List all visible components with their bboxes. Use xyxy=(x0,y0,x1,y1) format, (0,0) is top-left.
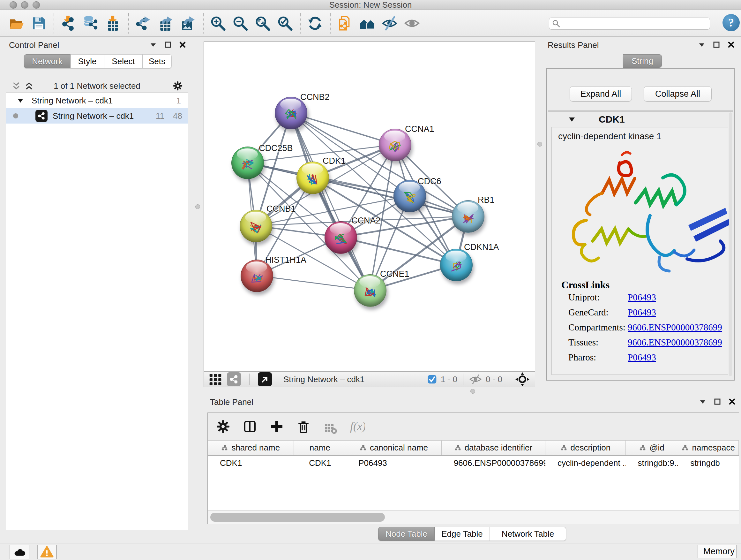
cell-description[interactable]: cyclin-dependent ... xyxy=(545,455,626,470)
table-add-button[interactable] xyxy=(268,417,286,436)
table-row[interactable]: CDK1CDK1P064939606.ENSP00000378699cyclin… xyxy=(208,455,739,470)
panel-menu-icon[interactable] xyxy=(699,398,706,406)
column-header-canonicalname[interactable]: canonical name xyxy=(346,441,441,455)
float-panel-icon[interactable] xyxy=(713,41,720,49)
tab-string[interactable]: String xyxy=(623,54,662,68)
collapse-all-button[interactable]: Collapse All xyxy=(644,86,712,102)
close-panel-icon[interactable] xyxy=(179,41,186,49)
close-panel-icon[interactable] xyxy=(727,41,735,49)
node-entry-header[interactable]: CDK1 xyxy=(548,112,733,127)
import-table-button[interactable] xyxy=(105,14,123,32)
import-network-button[interactable] xyxy=(60,14,78,32)
column-header-databaseidentifier[interactable]: database identifier xyxy=(442,441,545,455)
grid-view-icon[interactable] xyxy=(208,372,222,386)
table-fx-button[interactable]: f(x) xyxy=(348,417,367,436)
network-edge[interactable] xyxy=(257,275,370,290)
close-panel-icon[interactable] xyxy=(728,398,736,406)
cell-canonicalname[interactable]: P06493 xyxy=(346,455,441,470)
results-scrollbar[interactable] xyxy=(729,112,732,376)
table-gear-button[interactable] xyxy=(214,417,232,436)
table-columns-button[interactable] xyxy=(241,417,259,436)
column-header-name[interactable]: name xyxy=(294,441,347,455)
column-header-description[interactable]: description xyxy=(545,441,626,455)
cell-name[interactable]: CDK1 xyxy=(294,455,347,470)
show-all-button[interactable] xyxy=(403,14,421,32)
network-edge[interactable] xyxy=(340,237,456,265)
tab-network-table[interactable]: Network Table xyxy=(490,527,566,541)
tab-network[interactable]: Network xyxy=(24,54,71,68)
network-node-ccna2[interactable] xyxy=(325,221,357,254)
crosslink-link[interactable]: P06493 xyxy=(628,352,656,363)
tab-select[interactable]: Select xyxy=(105,54,143,68)
export-network-button[interactable] xyxy=(135,14,152,32)
zoom-fit-button[interactable] xyxy=(254,14,272,32)
save-session-button[interactable] xyxy=(30,14,48,32)
panel-menu-icon[interactable] xyxy=(698,41,705,49)
table-destroy-button[interactable] xyxy=(321,417,340,436)
column-header-id[interactable]: @id xyxy=(626,441,678,455)
memory-button[interactable]: Memory xyxy=(697,545,737,558)
network-canvas[interactable]: CCNB2CCNA1CDC25BCDK1CDC6RB1CCNB1CCNA2CDK… xyxy=(204,42,535,371)
column-tree-icon xyxy=(360,444,367,451)
bottom-splitter-handle[interactable] xyxy=(470,389,475,394)
table-delete-button[interactable] xyxy=(294,417,313,436)
open-session-button[interactable] xyxy=(8,14,25,32)
zoom-out-button[interactable] xyxy=(232,14,250,32)
crosslink-link[interactable]: P06493 xyxy=(628,292,656,303)
column-tree-icon xyxy=(639,444,646,451)
hidden-eye-icon[interactable] xyxy=(469,373,482,386)
column-header-namespace[interactable]: namespace xyxy=(678,441,739,455)
duplicate-network-button[interactable] xyxy=(336,14,354,32)
expand-all-icon[interactable] xyxy=(24,81,34,91)
table-panel-title: Table Panel xyxy=(210,397,253,407)
expand-all-button[interactable]: Expand All xyxy=(569,86,632,102)
network-view-type-icon[interactable] xyxy=(227,372,241,386)
crosslink-link[interactable]: 9606.ENSP00000378699 xyxy=(628,322,722,333)
float-panel-icon[interactable] xyxy=(714,398,721,406)
left-splitter-handle[interactable] xyxy=(195,204,200,209)
cell-sharedname[interactable]: CDK1 xyxy=(208,455,294,470)
network-node-cdk1[interactable] xyxy=(296,162,329,194)
collapse-all-icon[interactable] xyxy=(11,81,21,91)
search-input[interactable] xyxy=(549,17,710,30)
birds-eye-view-icon[interactable] xyxy=(515,372,530,387)
scrollbar-thumb[interactable] xyxy=(210,513,385,522)
detach-view-icon[interactable] xyxy=(258,372,272,386)
panel-menu-icon[interactable] xyxy=(149,41,157,49)
network-node-rb1[interactable] xyxy=(452,200,484,233)
export-image-button[interactable] xyxy=(179,14,197,32)
import-database-button[interactable] xyxy=(82,14,100,32)
apply-layout-button[interactable] xyxy=(307,14,324,32)
zoom-in-button[interactable] xyxy=(209,14,227,32)
hide-selected-button[interactable] xyxy=(381,14,399,32)
cell-namespace[interactable]: stringdb xyxy=(678,455,739,470)
float-panel-icon[interactable] xyxy=(164,41,172,49)
export-table-button[interactable] xyxy=(157,14,175,32)
warning-icon xyxy=(40,545,54,559)
network-row-selected[interactable]: String Network – cdk1 11 48 xyxy=(6,108,188,124)
crosslink-link[interactable]: P06493 xyxy=(628,307,656,318)
entry-expander-icon[interactable] xyxy=(568,116,576,123)
tab-edge-table[interactable]: Edge Table xyxy=(434,527,490,541)
zoom-selected-button[interactable] xyxy=(276,14,294,32)
tab-node-table[interactable]: Node Table xyxy=(378,527,434,541)
collection-expander-icon[interactable] xyxy=(17,97,24,104)
column-header-sharedname[interactable]: shared name xyxy=(208,441,294,455)
right-splitter-handle[interactable] xyxy=(537,142,542,146)
column-tree-icon xyxy=(560,444,567,451)
crosslink-link[interactable]: 9606.ENSP00000378699 xyxy=(628,337,722,348)
cloud-status-button[interactable] xyxy=(10,545,29,559)
network-node-cdkn1a[interactable] xyxy=(440,249,473,281)
warning-status-button[interactable] xyxy=(37,545,57,559)
network-options-gear-icon[interactable] xyxy=(172,80,183,91)
cell-id[interactable]: stringdb:9... xyxy=(626,455,678,470)
network-node-ccne1[interactable] xyxy=(354,274,387,307)
selected-checkbox-icon[interactable] xyxy=(427,374,437,384)
tab-sets[interactable]: Sets xyxy=(143,54,172,68)
tab-style[interactable]: Style xyxy=(71,54,105,68)
help-button[interactable]: ? xyxy=(723,14,740,31)
network-node-ccnb1[interactable] xyxy=(240,210,272,242)
network-collection-row[interactable]: String Network – cdk1 1 xyxy=(6,93,188,108)
cell-databaseidentifier[interactable]: 9606.ENSP00000378699 xyxy=(442,455,545,470)
first-neighbors-button[interactable] xyxy=(359,14,377,32)
